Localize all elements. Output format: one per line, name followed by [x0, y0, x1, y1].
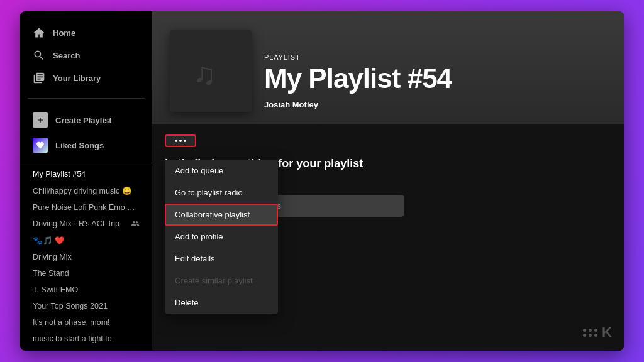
playlist-item[interactable]: Driving Mix - R's ACL trip	[20, 216, 152, 232]
playlist-item[interactable]: The Stand	[20, 265, 152, 282]
sidebar-actions: Create Playlist Liked Songs	[20, 102, 152, 163]
create-playlist-button[interactable]: Create Playlist	[25, 107, 147, 133]
more-options-button[interactable]	[165, 134, 196, 147]
watermark-dot	[594, 334, 597, 337]
home-icon	[33, 26, 45, 39]
svg-text:♫: ♫	[193, 57, 216, 91]
playlist-owner: Josiah Motley	[264, 100, 452, 109]
sidebar: Home Search Your Library	[20, 11, 152, 351]
context-menu-add-queue[interactable]: Add to queue	[165, 160, 278, 182]
home-label: Home	[53, 28, 75, 38]
context-menu-delete[interactable]: Delete	[165, 292, 278, 314]
watermark-dot	[594, 329, 597, 332]
playlist-item[interactable]: sad man playlist	[20, 347, 152, 351]
context-menu-collaborative[interactable]: Collaborative playlist	[165, 204, 278, 226]
collab-icon	[131, 219, 140, 228]
playlist-info: PLAYLIST My Playlist #54 Josiah Motley	[264, 53, 452, 112]
playlist-item-text: Your Top Songs 2021	[33, 302, 140, 310]
watermark: K	[583, 324, 611, 341]
watermark-dot	[583, 334, 586, 337]
playlist-item[interactable]: Driving Mix	[20, 249, 152, 265]
context-menu-create-similar: Create similar playlist	[165, 270, 278, 292]
playlist-item[interactable]: Chill/happy driving music 😄	[20, 182, 152, 199]
playlist-item-text: Driving Mix - R's ACL trip	[33, 219, 128, 228]
playlist-item-text: Driving Mix	[33, 253, 140, 261]
playlist-item[interactable]: music to start a fight to	[20, 331, 152, 347]
sidebar-item-home[interactable]: Home	[25, 21, 147, 44]
sidebar-divider	[28, 98, 145, 99]
library-label: Your Library	[53, 74, 101, 83]
watermark-letter: K	[602, 324, 611, 341]
playlist-item-text: Chill/happy driving music 😄	[33, 186, 140, 195]
playlist-item[interactable]: Pure Noise Lofi Punk Emo Pop P...	[20, 199, 152, 216]
playlist-item[interactable]: Your Top Songs 2021	[20, 298, 152, 314]
context-menu-edit-details[interactable]: Edit details	[165, 248, 278, 270]
dot3	[184, 140, 186, 142]
watermark-dots	[583, 329, 598, 337]
dot2	[179, 140, 182, 142]
music-note-icon: ♫	[189, 49, 233, 93]
playlist-item-text: Pure Noise Lofi Punk Emo Pop P...	[33, 203, 140, 212]
playlist-item[interactable]: T. Swift EMO	[20, 282, 152, 298]
playlist-art: ♫	[170, 30, 252, 112]
context-menu-playlist-radio[interactable]: Go to playlist radio	[165, 182, 278, 204]
playlist-item[interactable]: My Playlist #54	[20, 166, 152, 182]
playlist-type-label: PLAYLIST	[264, 53, 452, 61]
library-icon	[33, 72, 45, 84]
liked-songs-button[interactable]: Liked Songs	[25, 133, 147, 158]
main-content: ♫ PLAYLIST My Playlist #54 Josiah Motley…	[152, 11, 624, 351]
playlist-item-text: 🐾🎵 ❤️	[33, 236, 140, 245]
app-container: Home Search Your Library	[20, 11, 624, 351]
watermark-dot	[589, 334, 592, 337]
liked-songs-icon	[33, 138, 48, 153]
main-body: Add to queue Go to playlist radio Collab…	[152, 124, 624, 351]
sidebar-playlists: My Playlist #54 Chill/happy driving musi…	[20, 163, 152, 351]
playlist-item-text: The Stand	[33, 269, 140, 278]
playlist-item-text: It's not a phase, mom!	[33, 318, 140, 327]
create-playlist-label: Create Playlist	[55, 116, 112, 125]
sidebar-item-library[interactable]: Your Library	[25, 67, 147, 89]
context-menu: Add to queue Go to playlist radio Collab…	[165, 160, 278, 314]
playlist-header: ♫ PLAYLIST My Playlist #54 Josiah Motley	[152, 11, 624, 124]
playlist-item[interactable]: It's not a phase, mom!	[20, 314, 152, 331]
watermark-dot	[583, 329, 586, 332]
context-menu-add-profile[interactable]: Add to profile	[165, 226, 278, 248]
dot1	[175, 140, 177, 142]
playlist-item-text: My Playlist #54	[33, 170, 140, 178]
playlist-item-text: T. Swift EMO	[33, 285, 140, 294]
playlist-item[interactable]: 🐾🎵 ❤️	[20, 232, 152, 249]
watermark-dot	[589, 329, 592, 332]
sidebar-nav: Home Search Your Library	[20, 11, 152, 94]
toolbar: Add to queue Go to playlist radio Collab…	[165, 134, 611, 147]
liked-songs-label: Liked Songs	[55, 141, 104, 150]
create-playlist-icon	[33, 112, 48, 128]
playlist-item-text: music to start a fight to	[33, 334, 140, 343]
search-icon	[33, 49, 45, 62]
playlist-title: My Playlist #54	[264, 63, 452, 94]
sidebar-item-search[interactable]: Search	[25, 44, 147, 67]
search-label: Search	[53, 51, 80, 60]
